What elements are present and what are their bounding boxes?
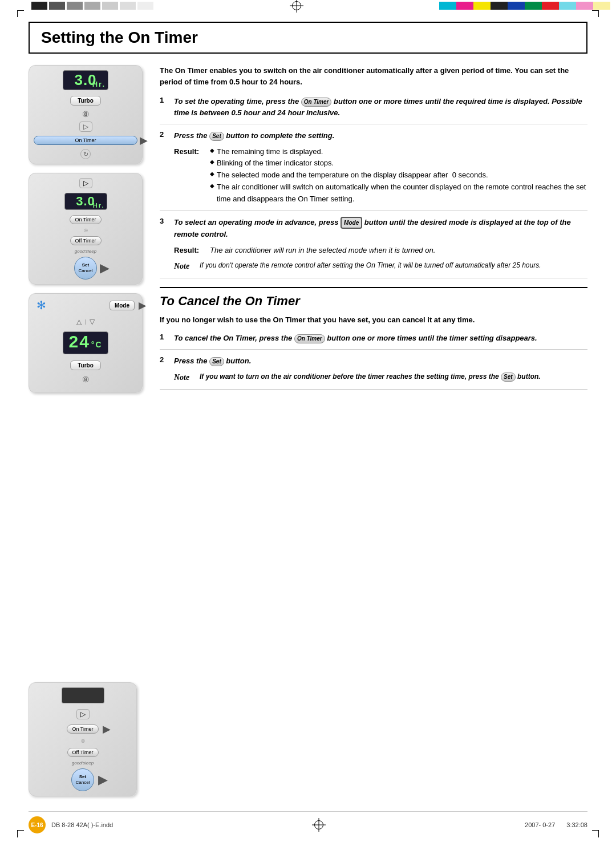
result-item-3: The selected mode and the temperature on… [210,169,587,181]
footer-left: E-16 DB 8-28 42A( )-E.indd [29,816,113,833]
footer-right: 2007- 0-27 3:32:08 [525,821,587,828]
on-timer-inline-btn: On Timer [301,98,332,107]
step-1-num: 1 [160,96,168,118]
step-2-num: 2 [160,130,168,205]
arrow-btn-4: ▷ [76,709,90,719]
remote-image-4: ▷ On Timer ▶ ◎ Off Timer good'sleep Set … [29,682,137,796]
on-timer-cancel-btn: On Timer [294,334,325,343]
remote-display-3: 24°C [63,331,108,354]
crop-bl-v [17,831,18,837]
page-title: Setting the On Timer [41,29,575,47]
set-cancel-inline-btn: Set [209,357,224,366]
set-final-btn: Set [501,373,516,382]
remote-display-2: 3.0Hr. [64,193,107,210]
crop-br-v [598,831,599,837]
step-2: 2 Press the Set button to complete the s… [160,130,587,211]
set-cancel-btn: Set Cancel [74,257,97,280]
cancel-intro: If you no longer wish to use the On Time… [160,314,587,326]
page-number-badge: E-16 [29,816,46,833]
small-icon-4: ◎ [81,738,85,743]
step-3: 3 To select an operating mode in advance… [160,217,587,278]
on-timer-btn-1: On Timer [34,136,137,145]
crop-tl-v [17,10,18,17]
step-2-content: Press the Set button to complete the set… [174,130,587,205]
off-timer-btn-2: Off Timer [70,236,102,245]
arrow-btn-2: ▷ [79,178,92,188]
mode-btn: Mode ▶ [110,301,135,310]
remote-cancel-area: ▷ On Timer ▶ ◎ Off Timer good'sleep Set … [29,682,137,796]
cancel-note: Note If you want to turn on the air cond… [174,371,587,383]
symbol-btn-1: ⑧ [82,110,90,119]
result-item-4: The air conditioner will switch on autom… [210,181,587,205]
cancel-heading: To Cancel the On Timer [160,294,587,309]
on-timer-area-1: On Timer ▶ [34,135,137,146]
cancel-step-2: 2 Press the Set button. Note If you want… [160,355,587,390]
cancel-step-2-content: Press the Set button. Note If you want t… [174,355,587,383]
good-sleep-row: good'sleep [75,249,96,254]
footer-filename: DB 8-28 42A( )-E.indd [51,821,113,828]
small-btn-1: ↻ [80,149,91,159]
page-title-box: Setting the On Timer [29,22,587,54]
step-1-content: To set the operating time, press the On … [174,96,587,118]
remote-image-3: ✻ Mode ▶ △ | ▽ 24°C Turbo [29,293,143,393]
cancel-step-1: 1 To cancel the On Timer, press the On T… [160,333,587,350]
crop-tr-v [598,10,599,17]
footer-time: 3:32:08 [566,821,587,828]
on-timer-area-4: On Timer ▶ [67,724,98,734]
set-cancel-area-4: Set Cancel ▶ [71,768,94,791]
page-footer: E-16 DB 8-28 42A( )-E.indd 2007- 0-27 3:… [29,811,587,833]
on-timer-btn-4: On Timer ▶ [67,724,98,734]
crop-tl-h [17,10,24,11]
small-icon-2: ◎ [84,228,88,233]
crop-bl-h [17,830,24,831]
remote-top-row: ✻ Mode ▶ [34,298,137,312]
result-1: Result: The remaining time is displayed.… [174,146,587,205]
result-item-1: The remaining time is displayed. [210,146,587,158]
intro-text: The On Timer enables you to switch on th… [160,65,587,87]
symbol-btn-3: ⑧ [82,375,90,384]
footer-reg-mark [312,818,326,832]
note-1-text: If you don't operate the remote control … [200,260,541,270]
remote-image-1: 3.0Hr. Turbo ⑧ ▷ On Timer ▶ ↻ [29,65,143,164]
step-3-content: To select an operating mode in advance, … [174,217,587,272]
set-cancel-btn-4: Set Cancel [71,768,94,791]
result-item-2: Blinking of the timer indicator stops. [210,157,587,169]
remote-image-2: ▷ 3.0Hr. On Timer ◎ Off Timer good'sleep… [29,173,143,285]
mode-inline-btn: Mode [341,217,362,229]
cancel-note-text: If you want to turn on the air condition… [200,371,541,382]
result-2: Result: The air conditioner will run in … [174,245,587,256]
set-cancel-area: Set Cancel ▶ [74,257,97,280]
result-1-items: The remaining time is displayed. Blinkin… [210,146,587,205]
cancel-step-2-num: 2 [160,355,168,383]
good-sleep-row-4: good'sleep [72,760,94,766]
step-1: 1 To set the operating time, press the O… [160,96,587,124]
off-timer-btn-4: Off Timer [67,748,99,757]
turbo-btn-3: Turbo [70,361,101,370]
result-2-label: Result: [174,245,205,256]
arrow-btn-1: ▷ [79,122,92,132]
footer-date: 2007- 0-27 [525,821,555,828]
step-3-num: 3 [160,217,168,272]
remote-illustrations: 3.0Hr. Turbo ⑧ ▷ On Timer ▶ ↻ ▷ 3.0Hr. O… [29,65,143,395]
cancel-note-label: Note [174,371,194,383]
instructions: The On Timer enables you to switch on th… [154,65,587,395]
result-2-text: The air conditioner will run in the sele… [210,245,435,256]
cancel-step-1-content: To cancel the On Timer, press the On Tim… [174,333,587,344]
note-1-label: Note [174,260,194,272]
mode-btn-area: Mode ▶ [110,301,135,310]
cancel-section: To Cancel the On Timer If you no longer … [160,287,587,390]
cancel-step-1-num: 1 [160,333,168,344]
arrow-row: △ | ▽ [76,318,95,326]
result-1-label: Result: [174,146,205,157]
remote-display-blank [62,687,104,703]
on-timer-btn-2: On Timer [70,215,101,224]
remote-display-1: 3.0Hr. [63,70,108,90]
set-inline-btn: Set [209,132,224,141]
turbo-btn-1: Turbo [70,96,101,106]
note-1: Note If you don't operate the remote con… [174,260,587,272]
